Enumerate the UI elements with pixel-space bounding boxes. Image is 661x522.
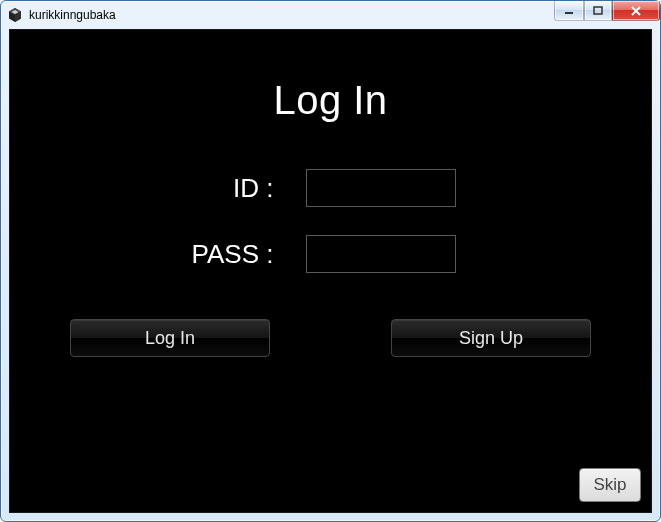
id-input[interactable]: [306, 169, 456, 207]
button-row: Log In Sign Up: [10, 319, 651, 357]
id-row: ID :: [10, 169, 651, 207]
maximize-button[interactable]: [584, 1, 612, 21]
titlebar: kurikkinngubaka: [1, 1, 660, 29]
window-title: kurikkinngubaka: [29, 8, 116, 22]
unity-icon: [7, 7, 23, 23]
login-form: ID : PASS :: [10, 169, 651, 273]
skip-button[interactable]: Skip: [579, 468, 641, 502]
id-label: ID :: [126, 173, 306, 204]
pass-label: PASS :: [126, 239, 306, 270]
close-button[interactable]: [612, 1, 660, 21]
page-title: Log In: [10, 78, 651, 123]
minimize-button[interactable]: [554, 1, 584, 21]
client-area: Log In ID : PASS : Log In Sign Up Skip: [9, 29, 652, 513]
app-window: kurikkinngubaka Log In ID : PASS :: [0, 0, 661, 522]
signup-button[interactable]: Sign Up: [391, 319, 591, 357]
svg-rect-5: [594, 7, 602, 14]
login-button[interactable]: Log In: [70, 319, 270, 357]
pass-row: PASS :: [10, 235, 651, 273]
pass-input[interactable]: [306, 235, 456, 273]
window-controls: [554, 1, 660, 21]
